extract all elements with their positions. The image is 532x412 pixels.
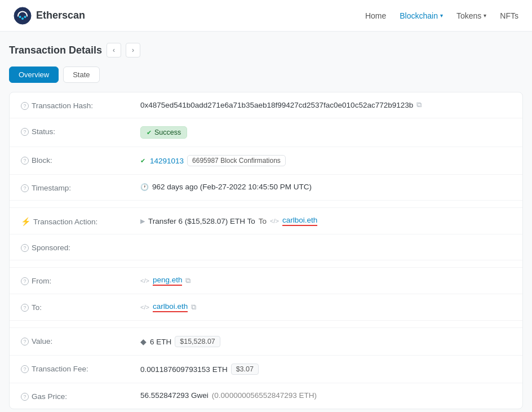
play-icon: ▶	[140, 218, 145, 225]
transaction-action-value: ▶ Transfer 6 ($15,528.07) ETH To To </> …	[140, 216, 511, 226]
fee-row: ? Transaction Fee: 0.001187609793153 ETH…	[10, 356, 522, 383]
info-icon-sponsored: ?	[21, 244, 29, 252]
detail-card: ? Transaction Hash: 0x4875ed541b0add271e…	[9, 92, 523, 409]
svg-point-0	[14, 7, 31, 24]
info-icon-hash: ?	[21, 102, 29, 110]
transaction-action-to-link[interactable]: carlboi.eth	[282, 216, 317, 226]
to-ens-link[interactable]: carlboi.eth	[153, 302, 188, 312]
gas-eth-value: (0.000000056552847293 ETH)	[212, 391, 317, 400]
divider-3	[10, 321, 522, 328]
fee-label: ? Transaction Fee:	[21, 364, 134, 373]
timestamp-label: ? Timestamp:	[21, 183, 134, 192]
fee-display: 0.001187609793153 ETH $3.07	[140, 364, 511, 375]
gas-label: ? Gas Price:	[21, 391, 134, 401]
from-ens-link[interactable]: peng.eth	[153, 276, 183, 286]
page-container: Transaction Details ‹ › Overview State ?…	[0, 32, 532, 412]
value-row: ? Value: ◆ 6 ETH $15,528.07	[10, 328, 522, 356]
from-row: ? From: </> peng.eth ⧉	[10, 268, 522, 294]
copy-to-icon[interactable]: ⧉	[191, 303, 196, 312]
nav-links: Home Blockchain ▾ Tokens ▾ NFTs	[365, 11, 518, 20]
transaction-action-label: ⚡ Transaction Action:	[21, 216, 134, 226]
contract-icon-action: </>	[270, 218, 279, 224]
next-arrow-button[interactable]: ›	[126, 43, 140, 57]
blockchain-chevron-icon: ▾	[440, 12, 443, 19]
copy-from-icon[interactable]: ⧉	[185, 276, 190, 285]
sponsored-row: ? Sponsored:	[10, 234, 522, 260]
block-confirmations-badge: 6695987 Block Confirmations	[187, 155, 286, 166]
block-number-link[interactable]: 14291013	[150, 157, 184, 165]
clock-icon: 🕐	[140, 183, 149, 191]
transaction-hash-value: 0x4875ed541b0add271e6a71b35aeb18f99427cd…	[140, 100, 511, 109]
transaction-action-row: ⚡ Transaction Action: ▶ Transfer 6 ($15,…	[10, 208, 522, 234]
info-icon-fee: ?	[21, 365, 29, 373]
tokens-chevron-icon: ▾	[484, 12, 486, 19]
tab-state[interactable]: State	[63, 67, 99, 83]
status-row: ? Status: ✔ Success	[10, 118, 522, 147]
status-label: ? Status:	[21, 126, 134, 136]
to-label: ? To:	[21, 302, 134, 312]
prev-arrow-button[interactable]: ‹	[107, 43, 121, 57]
info-icon-gas: ?	[21, 393, 29, 401]
page-title-row: Transaction Details ‹ ›	[9, 43, 523, 57]
nav-home[interactable]: Home	[365, 11, 386, 20]
tab-overview[interactable]: Overview	[9, 67, 59, 83]
svg-point-3	[21, 17, 24, 20]
svg-point-2	[24, 16, 26, 18]
from-label: ? From:	[21, 276, 134, 285]
nav-nfts[interactable]: NFTs	[500, 11, 518, 20]
page-title: Transaction Details	[9, 45, 102, 56]
info-icon-to: ?	[21, 304, 29, 312]
info-icon-block: ?	[21, 157, 29, 165]
gas-display: 56.552847293 Gwei (0.000000056552847293 …	[140, 391, 511, 400]
timestamp-row: ? Timestamp: 🕐 962 days ago (Feb-27-2022…	[10, 175, 522, 201]
brand-logo-link[interactable]: Etherscan	[14, 7, 85, 25]
navbar: Etherscan Home Blockchain ▾ Tokens ▾ NFT…	[0, 0, 532, 32]
nav-tokens[interactable]: Tokens ▾	[456, 11, 486, 20]
info-icon-timestamp: ?	[21, 184, 29, 192]
transaction-hash-row: ? Transaction Hash: 0x4875ed541b0add271e…	[10, 92, 522, 118]
fee-usd-badge: $3.07	[231, 364, 259, 375]
to-value: </> carlboi.eth ⧉	[140, 302, 511, 312]
etherscan-logo	[14, 7, 32, 25]
contract-icon-to: </>	[140, 304, 149, 311]
timestamp-value: 🕐 962 days ago (Feb-27-2022 10:45:50 PM …	[140, 183, 511, 191]
sponsored-label: ? Sponsored:	[21, 242, 134, 252]
eth-diamond-icon: ◆	[140, 337, 147, 346]
status-badge: ✔ Success	[140, 126, 187, 139]
to-row: ? To: </> carlboi.eth ⧉	[10, 294, 522, 321]
transaction-hash-label: ? Transaction Hash:	[21, 100, 134, 110]
value-display: ◆ 6 ETH $15,528.07	[140, 336, 511, 347]
brand-name: Etherscan	[36, 10, 85, 21]
divider-1	[10, 201, 522, 208]
block-check-icon: ✔	[140, 157, 145, 165]
from-value: </> peng.eth ⧉	[140, 276, 511, 286]
divider-2	[10, 260, 522, 268]
info-icon-from: ?	[21, 277, 29, 285]
block-label: ? Block:	[21, 155, 134, 165]
svg-point-1	[19, 16, 21, 18]
block-row: ? Block: ✔ 14291013 6695987 Block Confir…	[10, 147, 522, 175]
gas-row: ? Gas Price: 56.552847293 Gwei (0.000000…	[10, 383, 522, 409]
tabs-row: Overview State	[9, 67, 523, 83]
value-label: ? Value:	[21, 336, 134, 345]
info-icon-value: ?	[21, 338, 29, 345]
info-icon-status: ?	[21, 128, 29, 136]
nav-blockchain[interactable]: Blockchain ▾	[400, 11, 443, 20]
lightning-icon: ⚡	[21, 217, 30, 226]
success-checkmark-icon: ✔	[147, 129, 152, 136]
value-usd-badge: $15,528.07	[175, 336, 220, 347]
copy-hash-icon[interactable]: ⧉	[416, 100, 422, 109]
status-value: ✔ Success	[140, 126, 511, 139]
block-value: ✔ 14291013 6695987 Block Confirmations	[140, 155, 511, 166]
contract-icon-from: </>	[140, 277, 149, 284]
